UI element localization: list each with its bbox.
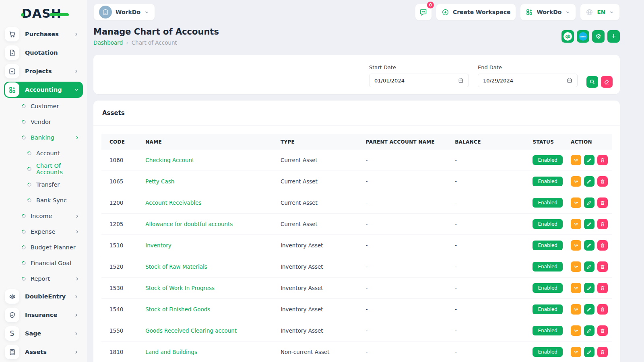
sidebar-item-report[interactable]: Report bbox=[4, 273, 83, 285]
delete-button[interactable] bbox=[597, 155, 608, 165]
transactions-button[interactable] bbox=[571, 197, 581, 208]
sidebar-item-customer[interactable]: Customer bbox=[4, 100, 83, 112]
accounts-table-body: 1060 Checking Account Current Asset - - … bbox=[101, 150, 612, 362]
edit-button[interactable] bbox=[584, 219, 594, 229]
edit-button[interactable] bbox=[584, 347, 594, 357]
edit-button[interactable] bbox=[584, 155, 594, 165]
settings-button[interactable]: ⚙ bbox=[592, 30, 605, 43]
edit-button[interactable] bbox=[584, 261, 594, 272]
transactions-button[interactable] bbox=[571, 304, 581, 315]
end-date-input[interactable]: 10/29/2024 bbox=[478, 74, 578, 87]
sidebar-item-sage[interactable]: S Sage bbox=[4, 325, 83, 341]
transactions-button[interactable] bbox=[571, 325, 581, 336]
edit-button[interactable] bbox=[584, 176, 594, 187]
transactions-button[interactable] bbox=[571, 240, 581, 251]
account-name-link[interactable]: Stock of Raw Materials bbox=[145, 263, 207, 270]
delete-button[interactable] bbox=[597, 304, 608, 315]
delete-button[interactable] bbox=[597, 347, 608, 357]
transactions-button[interactable] bbox=[571, 261, 581, 272]
delete-button[interactable] bbox=[597, 197, 608, 208]
sidebar-item-expense[interactable]: Expense bbox=[4, 226, 83, 238]
start-date-input[interactable]: 01/01/2024 bbox=[369, 74, 469, 87]
sidebar-item-transfer[interactable]: Transfer bbox=[4, 179, 83, 191]
transactions-button[interactable] bbox=[571, 219, 581, 229]
sidebar-item-insurance[interactable]: Insurance bbox=[4, 307, 83, 323]
table-row: 1540 Stock of Finished Goods Inventory A… bbox=[101, 299, 612, 320]
account-balance: - bbox=[451, 256, 528, 278]
transactions-button[interactable] bbox=[571, 176, 581, 187]
account-name-link[interactable]: Allowance for doubtful accounts bbox=[145, 221, 233, 227]
sidebar-item-bank-sync[interactable]: Bank Sync bbox=[4, 194, 83, 206]
grid-plus-icon bbox=[526, 8, 533, 16]
sidebar-item-budget-planner[interactable]: Budget Planner bbox=[4, 241, 83, 253]
trash-icon bbox=[600, 306, 605, 312]
sidebar-item-label: Account bbox=[36, 150, 60, 156]
chevron-down-icon bbox=[144, 10, 149, 15]
sidebar-item-doubleentry[interactable]: DoubleEntry bbox=[4, 288, 83, 304]
account-name-link[interactable]: Goods Received Clearing account bbox=[145, 327, 237, 334]
bullet-icon bbox=[21, 229, 27, 234]
quickbooks-sync-button[interactable]: qb bbox=[561, 30, 574, 43]
page-title: Manage Chart of Accounts bbox=[93, 27, 219, 37]
bullet-icon bbox=[21, 276, 27, 282]
app-switcher[interactable]: WorkDo bbox=[520, 4, 576, 21]
delete-button[interactable] bbox=[597, 283, 608, 293]
delete-button[interactable] bbox=[597, 325, 608, 336]
account-name-link[interactable]: Stock of Work In Progress bbox=[145, 285, 215, 291]
delete-button[interactable] bbox=[597, 261, 608, 272]
account-balance: - bbox=[451, 341, 528, 362]
sidebar-item-banking[interactable]: Banking bbox=[4, 132, 83, 144]
language-selector[interactable]: EN bbox=[580, 4, 620, 21]
account-code: 1810 bbox=[101, 341, 141, 362]
account-name-link[interactable]: Stock of Finished Goods bbox=[145, 306, 210, 313]
xero-sync-button[interactable]: xero bbox=[577, 30, 589, 43]
sidebar-item-projects[interactable]: Projects bbox=[4, 63, 83, 79]
delete-button[interactable] bbox=[597, 219, 608, 229]
col-balance: BALANCE bbox=[451, 134, 528, 150]
edit-button[interactable] bbox=[584, 325, 594, 336]
row-actions bbox=[571, 283, 608, 293]
sidebar-item-vendor[interactable]: Vendor bbox=[4, 116, 83, 128]
account-name-link[interactable]: Petty Cash bbox=[145, 178, 174, 185]
col-action: ACTION bbox=[567, 134, 612, 150]
status-badge: Enabled bbox=[533, 177, 563, 186]
edit-button[interactable] bbox=[584, 283, 594, 293]
edit-button[interactable] bbox=[584, 304, 594, 315]
reset-filter-button[interactable] bbox=[601, 76, 613, 88]
pencil-icon bbox=[586, 157, 592, 163]
edit-button[interactable] bbox=[584, 240, 594, 251]
main-content: WorkDo 0 Create Workspace WorkDo bbox=[87, 0, 644, 362]
transactions-button[interactable] bbox=[571, 155, 581, 165]
delete-button[interactable] bbox=[597, 240, 608, 251]
account-name-link[interactable]: Checking Account bbox=[145, 157, 194, 163]
sidebar-item-purchases[interactable]: Purchases bbox=[4, 26, 83, 42]
account-name-link[interactable]: Land and Buildings bbox=[145, 349, 197, 355]
app-logo[interactable]: DASH bbox=[22, 6, 62, 21]
create-workspace-button[interactable]: Create Workspace bbox=[436, 4, 516, 21]
table-row: 1060 Checking Account Current Asset - - … bbox=[101, 150, 612, 171]
breadcrumb-dashboard-link[interactable]: Dashboard bbox=[93, 39, 123, 46]
table-row: 1510 Inventory Inventory Asset - - Enabl… bbox=[101, 235, 612, 256]
sidebar-item-quotation[interactable]: Quotation bbox=[4, 45, 83, 61]
add-account-button[interactable]: + bbox=[607, 30, 620, 43]
workspace-switcher[interactable]: WorkDo bbox=[93, 4, 155, 21]
sidebar-item-financial-goal[interactable]: Financial Goal bbox=[4, 257, 83, 269]
wave-icon bbox=[573, 349, 579, 355]
sidebar-item-account[interactable]: Account bbox=[4, 147, 83, 159]
account-name-link[interactable]: Inventory bbox=[145, 242, 171, 249]
sidebar-item-income[interactable]: Income bbox=[4, 210, 83, 222]
bullet-icon bbox=[21, 103, 27, 109]
delete-button[interactable] bbox=[597, 176, 608, 187]
sidebar-item-accounting[interactable]: Accounting bbox=[4, 82, 83, 98]
messages-badge: 0 bbox=[427, 2, 434, 8]
sidebar-item-chart-of-accounts[interactable]: Chart Of Accounts bbox=[4, 163, 83, 175]
parent-account-name: - bbox=[362, 320, 451, 341]
transactions-button[interactable] bbox=[571, 283, 581, 293]
account-name-link[interactable]: Account Receivables bbox=[145, 200, 201, 206]
messages-button[interactable]: 0 bbox=[415, 4, 432, 21]
sidebar-item-label: Banking bbox=[31, 134, 54, 141]
transactions-button[interactable] bbox=[571, 347, 581, 357]
edit-button[interactable] bbox=[584, 197, 594, 208]
search-button[interactable] bbox=[586, 76, 598, 88]
sidebar-item-assets[interactable]: Assets bbox=[4, 344, 83, 360]
